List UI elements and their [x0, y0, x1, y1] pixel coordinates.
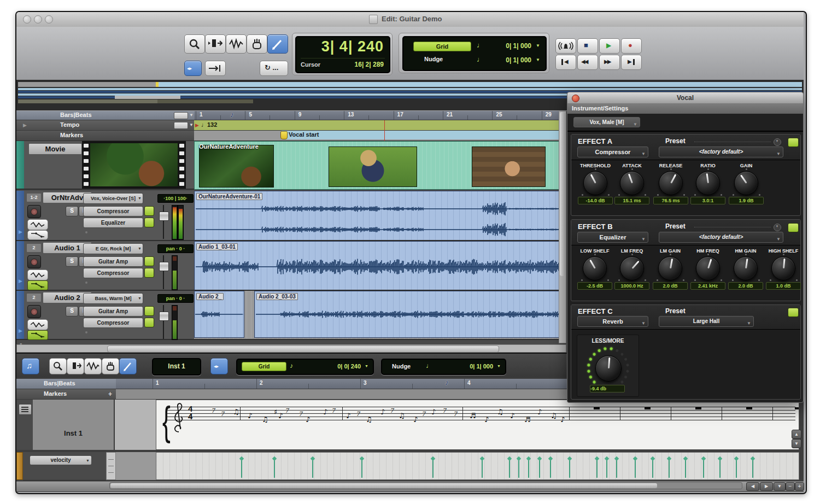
note-glyph[interactable]: ♫ — [233, 408, 239, 416]
audio1-track-view-button[interactable] — [27, 269, 48, 280]
midi-bars-beats-header[interactable]: Bars|Beats — [16, 379, 116, 389]
audio2-insert-1[interactable]: Guitar Amp — [83, 306, 143, 317]
note-glyph[interactable]: ♫ — [399, 412, 405, 420]
audio2-record-enable-button[interactable] — [27, 305, 41, 318]
rewind-button[interactable]: ◀◀ — [577, 55, 598, 70]
ruler-markers-header[interactable]: Markers + — [16, 131, 194, 142]
fast-forward-button[interactable]: ▶▶ — [599, 55, 620, 70]
midi-grid-note-icon[interactable]: ♪ — [290, 362, 293, 370]
notation-scroll-up-button[interactable]: ▲ — [792, 430, 801, 439]
midi-markers-header[interactable]: Markers + — [16, 389, 116, 400]
nudge-value[interactable]: 0| 1| 000 — [506, 56, 531, 64]
audio1-record-enable-button[interactable] — [27, 255, 41, 268]
marker-flag-icon[interactable] — [280, 131, 288, 139]
parameter-knob[interactable] — [620, 171, 644, 195]
vocal-solo-button[interactable]: S — [66, 206, 78, 216]
parameter-knob[interactable] — [696, 256, 720, 280]
grid-value[interactable]: 0| 1| 000 — [506, 42, 531, 50]
insertion-follows-playback-button[interactable] — [205, 61, 226, 76]
markers-lane[interactable]: Vocal start — [194, 131, 566, 142]
vocal-insert-2[interactable]: Equalizer — [83, 218, 143, 228]
audio2-pan-display[interactable]: pan · 0 · — [157, 294, 194, 303]
movie-track-color-tab[interactable] — [16, 141, 24, 189]
audio1-empty-insert-dot[interactable] — [85, 282, 87, 284]
instrument-selector[interactable]: Vox, Male [M]▼ — [573, 117, 640, 127]
velocity-mini-scale[interactable] — [106, 452, 116, 480]
tempo-view-icon[interactable] — [174, 122, 188, 129]
velocity-stalk[interactable] — [482, 459, 483, 478]
vocal-empty-insert-dot[interactable] — [85, 231, 87, 233]
note-glyph[interactable]: ♪ — [323, 408, 327, 416]
velocity-stalk[interactable] — [241, 459, 242, 478]
audio1-region[interactable]: Audio 1_03-01 — [194, 241, 566, 291]
note-glyph[interactable]: ♫ — [366, 415, 372, 424]
movie-region[interactable]: OurNatureAdventure — [194, 141, 566, 190]
velocity-stalk[interactable] — [703, 459, 704, 478]
tempo-expander-icon[interactable]: ▶ — [23, 122, 27, 128]
midi-horizontal-scrollbar[interactable] — [109, 482, 742, 489]
notation-scroll-down-button[interactable]: ▼ — [792, 439, 801, 448]
audio2-track-view-button[interactable] — [27, 319, 48, 330]
note-glyph[interactable]: ♪ — [413, 415, 418, 424]
audio2-insert-2[interactable]: Compressor — [83, 318, 143, 328]
midi-nudge-value[interactable]: 0| 1| 000 — [470, 363, 493, 370]
ruler-view-caret-icon[interactable]: ▼ — [189, 113, 194, 118]
note-glyph[interactable]: ♫ — [262, 415, 268, 424]
selector-tool-button[interactable] — [226, 34, 247, 54]
ruler-view-icon[interactable] — [174, 112, 188, 119]
note-glyph[interactable]: ♫ — [550, 412, 557, 420]
velocity-stalk[interactable] — [606, 459, 607, 478]
note-glyph[interactable]: ♪ — [306, 415, 310, 424]
audio2-solo-button[interactable]: S — [66, 306, 78, 317]
go-to-end-button[interactable]: ▶ — [621, 55, 642, 70]
velocity-selector[interactable]: velocity▼ — [30, 455, 92, 465]
audio1-solo-button[interactable]: S — [66, 256, 78, 267]
velocity-stalk[interactable] — [518, 459, 519, 478]
minimize-window-icon[interactable] — [34, 15, 42, 24]
nudge-caret-icon[interactable]: ▼ — [536, 57, 540, 62]
effect-b-bypass-led[interactable] — [788, 223, 799, 232]
effect-c-type-selector[interactable]: Reverb▼ — [577, 316, 648, 327]
velocity-stalk[interactable] — [736, 459, 737, 478]
universe-row-1[interactable] — [18, 88, 802, 90]
effect-c-preset-selector[interactable]: Large Hall▼ — [659, 316, 754, 327]
effect-c-bypass-led[interactable] — [788, 308, 799, 317]
close-window-icon[interactable] — [23, 15, 31, 24]
countoff-button[interactable]: ↻ ... — [260, 61, 288, 76]
tempo-lane[interactable]: ▶ ♩132 — [194, 120, 566, 131]
note-glyph[interactable]: ♪ — [560, 415, 565, 424]
velocity-stalk[interactable] — [719, 459, 721, 478]
grid-note-icon[interactable]: ♩ — [477, 41, 484, 49]
vocal-track-view-button[interactable] — [27, 219, 48, 230]
effect-a-preset-selector[interactable]: <factory default>▼ — [659, 146, 783, 157]
zoom-preset-button[interactable]: ▼ — [774, 482, 786, 491]
velocity-stalk[interactable] — [616, 459, 617, 478]
vocal-insert-1[interactable]: Compressor — [83, 206, 143, 216]
audio2-region-b[interactable]: Audio 2_03-03 — [254, 291, 566, 338]
less-more-knob[interactable] — [595, 355, 622, 382]
audio1-fader-cap[interactable] — [159, 262, 169, 271]
vocal-region[interactable]: OurNatureAdventure-01 — [194, 191, 566, 241]
midi-grid-caret-icon[interactable]: ▼ — [365, 364, 368, 368]
midi-pencil-tool-button[interactable] — [119, 358, 137, 374]
note-glyph[interactable]: ♫ — [497, 408, 503, 416]
midi-nudge-note-icon[interactable]: ♩ — [426, 362, 432, 370]
note-glyph[interactable]: ♪ — [431, 408, 436, 416]
audio1-playlist-expander-icon[interactable]: ▶ — [19, 278, 22, 284]
play-button[interactable]: ▶ — [599, 38, 620, 54]
nudge-label[interactable]: Nudge — [424, 56, 443, 62]
notation-view-button[interactable]: ♫ — [22, 358, 39, 374]
notation-staff-area[interactable]: { 4 4 ♫♪♫♯♪♪♪♪♫♪♫♪♪♬♪♫♪♬♪♫♪7777777777 — [156, 400, 799, 450]
tempo-event[interactable]: ♩132 — [201, 121, 217, 128]
audio1-insert-1[interactable]: Guitar Amp — [83, 256, 143, 267]
midi-nudge-caret-icon[interactable]: ▼ — [497, 364, 501, 368]
return-to-start-button[interactable]: ◀ — [555, 55, 576, 70]
effect-b-compare-button[interactable]: ▼ — [774, 224, 781, 231]
audio2-playlist-expander-icon[interactable]: ▶ — [19, 328, 22, 333]
effect-a-compare-button[interactable]: ▼ — [774, 138, 781, 146]
main-counter-display[interactable]: 3| 4| 240 Cursor 16| 2| 289 — [295, 36, 390, 73]
online-sync-button[interactable] — [555, 38, 576, 54]
parameter-knob[interactable] — [659, 171, 683, 195]
parameter-knob[interactable] — [771, 256, 795, 280]
midi-selector-tool-button[interactable] — [84, 358, 102, 374]
